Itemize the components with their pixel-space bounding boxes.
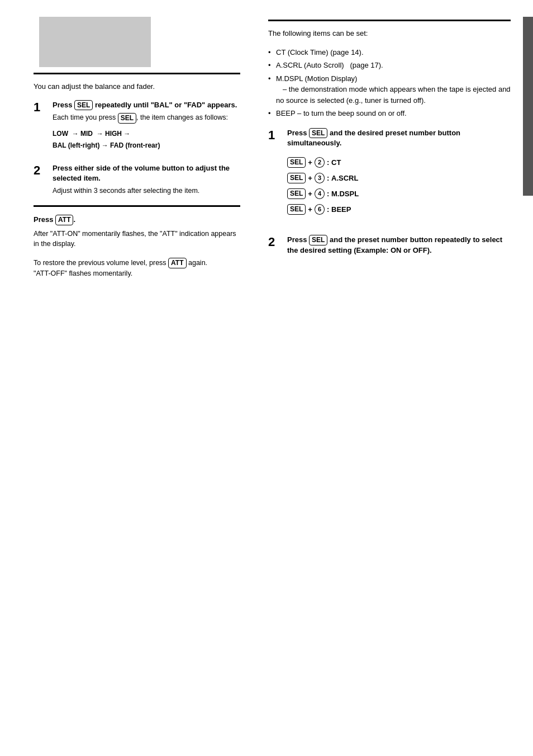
- num-2: 2: [315, 157, 325, 168]
- sel-beep: SEL: [287, 204, 306, 215]
- right-step-1-title: Press SEL and the desired preset number …: [287, 128, 511, 149]
- combo-keys: SEL + 2 : CT SEL + 3 : A.SCRL SEL: [287, 155, 511, 217]
- plus-ct: +: [308, 155, 312, 170]
- att-body: After "ATT-ON" momentarily flashes, the …: [34, 229, 240, 250]
- section-divider-2: [34, 205, 240, 207]
- combo-beep: SEL + 6 : BEEP: [287, 202, 511, 217]
- left-column: You can adjust the balance and fader. 1 …: [0, 11, 257, 745]
- step-1-title: Press SEL repeatedly until "BAL" or "FAD…: [53, 100, 240, 111]
- right-step-1: 1 Press SEL and the desired preset numbe…: [268, 128, 511, 224]
- plus-mdspl: +: [308, 187, 312, 201]
- right-step-1-number: 1: [268, 128, 284, 143]
- att-section: Press ATT. After "ATT-ON" momentarily fl…: [34, 215, 240, 279]
- sel-key-r2: SEL: [309, 235, 327, 245]
- left-intro-text: You can adjust the balance and fader.: [34, 81, 240, 92]
- step-1-number: 1: [34, 100, 49, 115]
- right-step-2: 2 Press SEL and the preset number button…: [268, 235, 511, 258]
- right-top-bar: [268, 20, 511, 21]
- att-key-1: ATT: [55, 215, 73, 225]
- combo-ascrl: SEL + 3 : A.SCRL: [287, 171, 511, 186]
- num-3: 3: [315, 173, 325, 183]
- label-mdspl: M.DSPL: [331, 187, 359, 201]
- combo-ct: SEL + 2 : CT: [287, 155, 511, 170]
- right-step-2-content: Press SEL and the preset number button r…: [287, 235, 511, 258]
- num-4: 4: [315, 188, 325, 199]
- bullet-item-ascrl: A.SCRL (Auto Scroll) (page 17).: [268, 60, 511, 71]
- gray-box-image: [39, 17, 151, 67]
- att-key-2: ATT: [168, 258, 186, 268]
- sel-key-2: SEL: [118, 113, 136, 124]
- step-2-body: Adjust within 3 seconds after selecting …: [53, 186, 240, 196]
- colon-mdspl: :: [327, 187, 331, 201]
- sel-key-1: SEL: [74, 100, 93, 111]
- sel-mdspl: SEL: [287, 188, 306, 199]
- colon-ct: :: [327, 155, 331, 170]
- label-ct: CT: [331, 155, 341, 170]
- bullet-item-mdspl: M.DSPL (Motion Display) – the demonstrat…: [268, 73, 511, 106]
- plus-beep: +: [308, 202, 312, 217]
- bullet-list: CT (Clock Time) (page 14). A.SCRL (Auto …: [268, 47, 511, 119]
- step-2-number: 2: [34, 163, 49, 178]
- colon-ascrl: :: [327, 171, 331, 186]
- right-step-2-title: Press SEL and the preset number button r…: [287, 235, 511, 256]
- section-divider-1: [34, 73, 240, 74]
- sel-key-r1: SEL: [309, 128, 327, 139]
- sel-ascrl: SEL: [287, 173, 306, 183]
- combo-mdspl: SEL + 4 : M.DSPL: [287, 187, 511, 201]
- label-beep: BEEP: [331, 202, 351, 217]
- bullet-item-beep: BEEP – to turn the beep sound on or off.: [268, 108, 511, 119]
- right-step-1-content: Press SEL and the desired preset number …: [287, 128, 511, 224]
- step-2-content: Press either side of the volume button t…: [53, 163, 240, 196]
- flow-diagram: LOW → MID → HIGH → BAL (left-right) → FA…: [53, 128, 240, 152]
- step-2-title: Press either side of the volume button t…: [53, 163, 240, 183]
- label-ascrl: A.SCRL: [331, 171, 358, 186]
- colon-beep: :: [327, 202, 331, 217]
- step-1-body: Each time you press SEL, the item change…: [53, 112, 240, 123]
- left-step-2: 2 Press either side of the volume button…: [34, 163, 240, 196]
- right-accent-bar: [523, 17, 533, 196]
- att-title: Press ATT.: [34, 215, 240, 225]
- mdspl-desc: – the demonstration mode which appears w…: [276, 85, 511, 105]
- plus-ascrl: +: [308, 171, 312, 186]
- right-step-2-number: 2: [268, 235, 284, 249]
- bullet-item-ct: CT (Clock Time) (page 14).: [268, 47, 511, 58]
- right-intro-text: The following items can be set:: [268, 28, 511, 39]
- right-column: The following items can be set: CT (Cloc…: [257, 11, 533, 745]
- page-container: You can adjust the balance and fader. 1 …: [0, 0, 533, 756]
- restore-text: To restore the previous volume level, pr…: [34, 258, 240, 279]
- left-step-1: 1 Press SEL repeatedly until "BAL" or "F…: [34, 100, 240, 154]
- sel-ct: SEL: [287, 157, 306, 168]
- step-1-content: Press SEL repeatedly until "BAL" or "FAD…: [53, 100, 240, 154]
- num-6: 6: [315, 204, 325, 215]
